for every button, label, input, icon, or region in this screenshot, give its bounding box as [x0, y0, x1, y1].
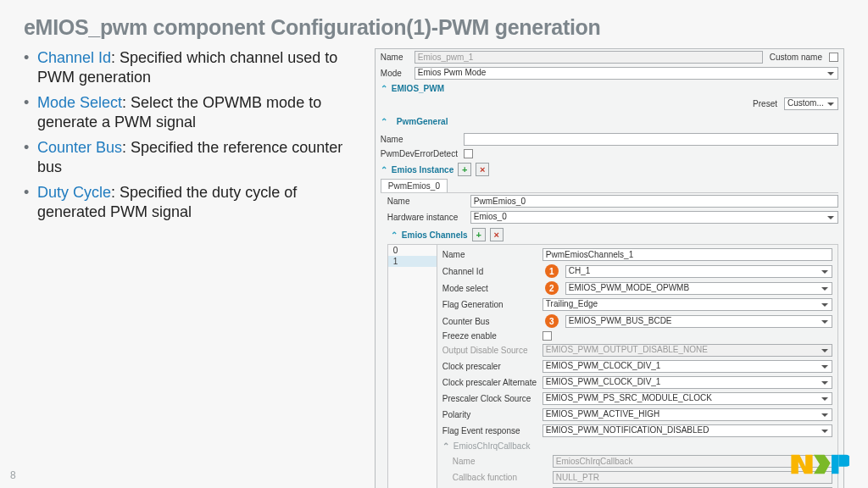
bullet-mode-select: Mode Select: Select the OPWMB mode to ge… — [24, 93, 359, 131]
flag-gen-label: Flag Generation — [442, 300, 536, 309]
freeze-label: Freeze enable — [442, 331, 536, 341]
list-item[interactable]: 0 — [388, 245, 437, 256]
hw-instance-select[interactable]: Emios_0 — [470, 211, 838, 224]
output-disable-select: EMIOS_PWM_OUTPUT_DISABLE_NONE — [542, 344, 832, 357]
polarity-label: Polarity — [442, 410, 536, 419]
chevron-down-icon[interactable]: ⌃ — [381, 84, 387, 93]
chevron-down-icon[interactable]: ⌃ — [381, 165, 387, 175]
config-panel: Name Custom name Mode Emios Pwm Mode ⌃ E… — [375, 48, 844, 488]
freeze-checkbox[interactable] — [542, 331, 552, 341]
inst-name-field[interactable] — [470, 195, 838, 208]
callout-1: 1 — [545, 264, 559, 278]
flag-event-select[interactable]: EMIOS_PWM_NOTIFICATION_DISABLED — [542, 424, 832, 437]
svg-rect-2 — [832, 455, 838, 474]
callout-2: 2 — [545, 281, 559, 295]
name-label: Name — [381, 53, 408, 62]
dev-error-checkbox[interactable] — [464, 149, 473, 158]
bullet-duty-cycle: Duty Cycle: Specified the duty cycle of … — [24, 183, 359, 221]
clock-prescaler-label: Clock prescaler — [442, 362, 536, 371]
callback-section: EmiosChIrqCallback — [453, 441, 531, 451]
counter-bus-select[interactable]: EMIOS_PWM_BUS_BCDE — [565, 315, 832, 328]
slide-title: eMIOS_pwm component Configuration(1)-PWM… — [24, 15, 844, 40]
channel-id-select[interactable]: CH_1 — [565, 265, 832, 278]
clock-prescaler-alt-select[interactable]: EMIOS_PWM_CLOCK_DIV_1 — [542, 376, 832, 389]
gen-err-label: PwmDevErrorDetect — [381, 149, 457, 158]
mode-select-dropdown[interactable]: EMIOS_PWM_MODE_OPWMB — [565, 282, 832, 295]
chevron-down-icon[interactable]: ⌃ — [381, 117, 387, 126]
ods-label: Output Disable Source — [442, 346, 536, 355]
ch-mode-label: Mode select — [442, 284, 536, 293]
chevron-down-icon: ⌃ — [442, 441, 449, 451]
component-name-field[interactable] — [415, 51, 763, 64]
preset-select[interactable]: Custom... — [784, 97, 838, 110]
section-emios-channels: Emios Channels — [402, 230, 468, 240]
flag-gen-select[interactable]: Trailing_Edge — [542, 298, 832, 311]
section-pwmgeneral: PwmGeneral — [392, 114, 453, 129]
clock-prescaler-select[interactable]: EMIOS_PWM_CLOCK_DIV_1 — [542, 360, 832, 373]
inst-name-label: Name — [387, 197, 464, 206]
mode-label: Mode — [381, 69, 408, 78]
flag-event-label: Flag Event response — [442, 426, 536, 435]
polarity-select[interactable]: EMIOS_PWM_ACTIVE_HIGH — [542, 408, 832, 421]
add-instance-button[interactable]: + — [458, 163, 471, 176]
clock-prescaler-alt-label: Clock prescaler Alternate — [442, 378, 536, 387]
bullet-channel-id: Channel Id: Specified which channel used… — [24, 48, 359, 86]
mode-select[interactable]: Emios Pwm Mode — [415, 67, 838, 80]
add-channel-button[interactable]: + — [472, 228, 486, 241]
list-item[interactable]: 1 — [388, 256, 437, 267]
nxp-logo — [790, 452, 849, 480]
gen-name-label: Name — [381, 135, 457, 144]
ch-name-label: Name — [442, 250, 536, 259]
svg-marker-0 — [791, 455, 812, 474]
page-number: 8 — [10, 469, 16, 481]
callout-3: 3 — [545, 314, 559, 328]
inst-hw-label: Hardware instance — [387, 213, 464, 222]
cb-name-label: Name — [453, 457, 546, 466]
section-emios-pwm: EMIOS_PWM — [392, 84, 444, 93]
channel-index-list[interactable]: 0 1 — [388, 245, 437, 488]
ch-name-field[interactable] — [542, 248, 832, 261]
instance-tab[interactable]: PwmEmios_0 — [381, 179, 448, 192]
remove-instance-button[interactable]: × — [476, 163, 489, 176]
bullet-counter-bus: Counter Bus: Specified the reference cou… — [24, 138, 359, 176]
svg-marker-1 — [814, 455, 831, 474]
section-emios-instance: Emios Instance — [392, 165, 453, 175]
bullet-region: Channel Id: Specified which channel used… — [24, 48, 359, 488]
prescaler-clock-src-label: Prescaler Clock Source — [442, 394, 536, 403]
preset-label: Preset — [753, 99, 777, 108]
counter-bus-label: Counter Bus — [442, 317, 536, 326]
chevron-down-icon[interactable]: ⌃ — [391, 230, 398, 240]
ch-id-label: Channel Id — [442, 267, 536, 276]
gen-name-field[interactable] — [464, 133, 838, 146]
prescaler-clock-src-select[interactable]: EMIOS_PWM_PS_SRC_MODULE_CLOCK — [542, 392, 832, 405]
cb-fn-label: Callback function — [453, 473, 546, 482]
custom-name-label: Custom name — [770, 53, 822, 62]
remove-channel-button[interactable]: × — [490, 228, 504, 241]
custom-name-checkbox[interactable] — [829, 53, 838, 62]
